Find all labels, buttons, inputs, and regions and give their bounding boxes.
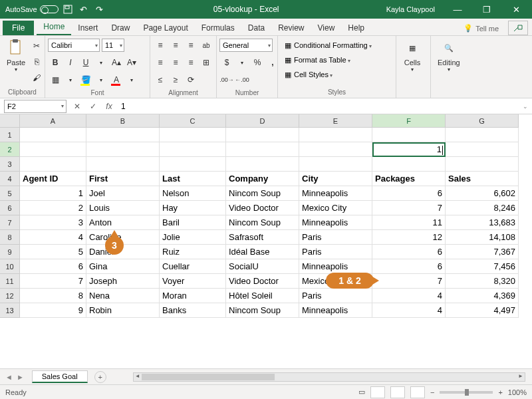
cell-E10[interactable]: Minneapolis bbox=[299, 259, 372, 274]
font-name-select[interactable]: Calibri bbox=[48, 39, 100, 52]
cell-E3[interactable] bbox=[299, 157, 372, 172]
italic-button[interactable]: I bbox=[63, 55, 78, 70]
autosave[interactable]: AutoSave bbox=[5, 5, 59, 13]
cell-D10[interactable]: SocialU bbox=[226, 259, 299, 274]
hscroll-right-icon[interactable]: ► bbox=[517, 373, 525, 381]
cell-B7[interactable]: Anton bbox=[86, 215, 160, 230]
fill-color-button[interactable]: 🪣 bbox=[78, 72, 93, 87]
row-header-2[interactable]: 2 bbox=[0, 142, 20, 157]
user-name[interactable]: Kayla Claypool bbox=[386, 5, 435, 13]
grow-font-button[interactable]: A▴ bbox=[109, 55, 124, 70]
col-header-B[interactable]: B bbox=[86, 114, 160, 128]
align-right-button[interactable]: ≡ bbox=[184, 55, 198, 70]
percent-button[interactable]: % bbox=[250, 55, 265, 70]
cell-A11[interactable]: 7 bbox=[20, 274, 86, 289]
cell-C2[interactable] bbox=[160, 142, 226, 157]
cell-D6[interactable]: Video Doctor bbox=[226, 201, 299, 215]
underline-drop[interactable]: ▾ bbox=[94, 55, 108, 70]
tell-me[interactable]: 💡 Tell me bbox=[458, 21, 504, 35]
tab-formulas[interactable]: Formulas bbox=[195, 21, 241, 35]
cell-E9[interactable]: Paris bbox=[299, 245, 372, 259]
share-button[interactable] bbox=[508, 21, 528, 35]
cell-B10[interactable]: Gina bbox=[86, 259, 160, 274]
zoom-level[interactable]: 100% bbox=[508, 388, 527, 396]
font-color-button[interactable]: A bbox=[109, 72, 124, 87]
row-header-4[interactable]: 4 bbox=[0, 172, 20, 186]
cell-B5[interactable]: Joel bbox=[86, 186, 160, 201]
sheet-nav-prev-icon[interactable]: ◄ bbox=[5, 373, 13, 381]
cell-F3[interactable] bbox=[372, 157, 446, 172]
row-header-10[interactable]: 10 bbox=[0, 259, 20, 274]
cell-E13[interactable]: Minneapolis bbox=[299, 303, 372, 318]
row-header-9[interactable]: 9 bbox=[0, 245, 20, 259]
paste-button[interactable]: Paste ▾ bbox=[3, 37, 29, 74]
save-icon[interactable] bbox=[61, 3, 74, 16]
col-header-F[interactable]: F bbox=[372, 114, 446, 128]
cell-B6[interactable]: Louis bbox=[86, 201, 160, 215]
cell-G13[interactable]: 4,497 bbox=[446, 303, 519, 318]
cell-A2[interactable] bbox=[20, 142, 86, 157]
cell-C10[interactable]: Cuellar bbox=[160, 259, 226, 274]
hscroll-left-icon[interactable]: ◄ bbox=[134, 373, 142, 381]
redo-icon[interactable]: ↷ bbox=[93, 3, 106, 16]
cell-C4[interactable]: Last bbox=[160, 172, 226, 186]
undo-icon[interactable]: ↶ bbox=[77, 3, 90, 16]
cell-F4[interactable]: Packages bbox=[372, 172, 446, 186]
increase-decimal-button[interactable]: .00→ bbox=[219, 72, 234, 87]
cell-D9[interactable]: Idéal Base bbox=[226, 245, 299, 259]
cell-A10[interactable]: 6 bbox=[20, 259, 86, 274]
expand-formula-bar-icon[interactable]: ⌄ bbox=[519, 103, 532, 110]
tab-view[interactable]: View bbox=[311, 21, 342, 35]
cell-E12[interactable]: Paris bbox=[299, 289, 372, 303]
increase-indent-button[interactable]: ≥ bbox=[168, 72, 183, 87]
tab-file[interactable]: File bbox=[3, 21, 34, 35]
cell-E4[interactable]: City bbox=[299, 172, 372, 186]
cell-A12[interactable]: 8 bbox=[20, 289, 86, 303]
autosave-toggle[interactable] bbox=[40, 5, 59, 13]
zoom-out-button[interactable]: − bbox=[430, 388, 434, 396]
cell-G3[interactable] bbox=[446, 157, 519, 172]
cell-E2[interactable] bbox=[299, 142, 372, 157]
cell-G7[interactable]: 13,683 bbox=[446, 215, 519, 230]
hscroll-thumb[interactable] bbox=[142, 374, 275, 380]
decrease-indent-button[interactable]: ≤ bbox=[153, 72, 168, 87]
format-as-table-button[interactable]: ▦ Format as Table bbox=[285, 53, 372, 66]
sheet-nav-next-icon[interactable]: ► bbox=[17, 373, 24, 381]
cell-E1[interactable] bbox=[299, 128, 372, 142]
cell-F12[interactable]: 4 bbox=[372, 289, 446, 303]
normal-view-button[interactable] bbox=[370, 386, 385, 398]
horizontal-scrollbar[interactable]: ◄ ► bbox=[133, 372, 525, 382]
cells-button[interactable]: ▦ Cells ▾ bbox=[399, 37, 426, 74]
cell-G11[interactable]: 8,320 bbox=[446, 274, 519, 289]
cell-D1[interactable] bbox=[226, 128, 299, 142]
cell-B3[interactable] bbox=[86, 157, 160, 172]
cell-F6[interactable]: 7 bbox=[372, 201, 446, 215]
cell-B13[interactable]: Robin bbox=[86, 303, 160, 318]
cell-G1[interactable] bbox=[446, 128, 519, 142]
cell-D2[interactable] bbox=[226, 142, 299, 157]
cell-B2[interactable] bbox=[86, 142, 160, 157]
cell-C8[interactable]: Jolie bbox=[160, 230, 226, 245]
col-header-D[interactable]: D bbox=[226, 114, 299, 128]
cell-A8[interactable]: 4 bbox=[20, 230, 86, 245]
tab-draw[interactable]: Draw bbox=[104, 21, 136, 35]
cell-A9[interactable]: 5 bbox=[20, 245, 86, 259]
cell-C13[interactable]: Banks bbox=[160, 303, 226, 318]
row-header-3[interactable]: 3 bbox=[0, 157, 20, 172]
tab-data[interactable]: Data bbox=[241, 21, 271, 35]
cell-A6[interactable]: 2 bbox=[20, 201, 86, 215]
cell-styles-button[interactable]: ▦ Cell Styles bbox=[285, 68, 372, 81]
cell-F10[interactable]: 6 bbox=[372, 259, 446, 274]
borders-drop[interactable]: ▾ bbox=[63, 72, 78, 87]
cell-F9[interactable]: 6 bbox=[372, 245, 446, 259]
cell-B4[interactable]: First bbox=[86, 172, 160, 186]
worksheet-grid[interactable]: A B C D E F G 1 2 3 4 5 6 7 8 9 10 11 12… bbox=[0, 114, 532, 368]
row-header-12[interactable]: 12 bbox=[0, 289, 20, 303]
align-left-button[interactable]: ≡ bbox=[153, 55, 168, 70]
cell-A13[interactable]: 9 bbox=[20, 303, 86, 318]
cell-C6[interactable]: Hay bbox=[160, 201, 226, 215]
cancel-entry-icon[interactable]: ✕ bbox=[69, 99, 85, 114]
bold-button[interactable]: B bbox=[48, 55, 63, 70]
decrease-decimal-button[interactable]: ←.00 bbox=[235, 72, 249, 87]
orientation-button[interactable]: ⟳ bbox=[184, 72, 198, 87]
